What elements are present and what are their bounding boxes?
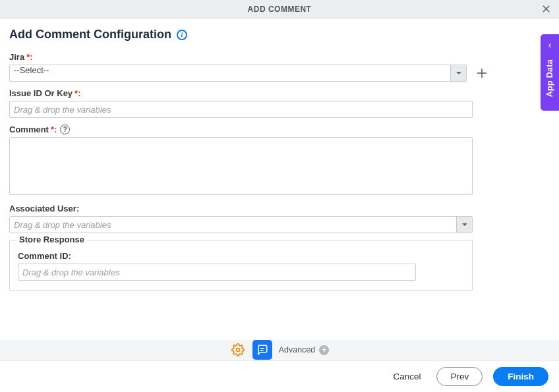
prev-button[interactable]: Prev: [436, 367, 483, 386]
content-area: Add Comment Configuration i Jira *: --Se…: [0, 18, 559, 291]
svg-point-2: [236, 349, 239, 352]
comment-label: Comment: [9, 125, 49, 134]
comment-id-label-row: Comment ID:: [18, 251, 464, 261]
issue-label: Issue ID Or Key: [9, 88, 73, 98]
comment-id-input[interactable]: [18, 264, 415, 280]
gear-icon: [231, 343, 245, 356]
modal-header: ADD COMMENT ✕: [0, 0, 559, 18]
comment-required: *:: [51, 125, 57, 134]
jira-select[interactable]: --Select--: [9, 65, 467, 82]
issue-label-row: Issue ID Or Key *:: [9, 88, 550, 98]
comment-textarea[interactable]: [9, 137, 473, 195]
comment-label-row: Comment *: ?: [9, 125, 550, 134]
associated-user-select[interactable]: [9, 216, 473, 233]
chevron-down-icon: [456, 72, 461, 74]
associated-user-input[interactable]: [10, 217, 456, 233]
comments-toggle-button[interactable]: [252, 340, 272, 360]
issue-input[interactable]: [10, 101, 472, 117]
store-response-fieldset: Store Response Comment ID:: [9, 240, 473, 291]
page-title: Add Comment Configuration: [9, 28, 171, 42]
add-jira-connection-button[interactable]: [473, 65, 490, 82]
comment-icon: [256, 344, 268, 356]
field-associated-user: Associated User:: [9, 204, 550, 233]
close-button[interactable]: ✕: [537, 0, 555, 18]
side-tab-label: App Data: [545, 59, 554, 97]
jira-label: Jira: [9, 52, 24, 62]
modal-footer: Cancel Prev Finish: [0, 360, 559, 392]
field-issue-id: Issue ID Or Key *:: [9, 88, 550, 118]
advanced-toggle[interactable]: Advanced +: [279, 345, 330, 355]
field-comment: Comment *: ?: [9, 125, 550, 197]
comment-id-input-wrap: [18, 264, 416, 281]
settings-button[interactable]: [230, 342, 246, 358]
cancel-button[interactable]: Cancel: [388, 368, 426, 385]
jira-dropdown-button[interactable]: [450, 65, 466, 81]
issue-required: *:: [74, 88, 80, 98]
chevron-left-icon: ‹: [548, 40, 552, 50]
field-jira: Jira *: --Select--: [9, 52, 550, 82]
modal-title: ADD COMMENT: [248, 5, 312, 14]
jira-selected-text: --Select--: [10, 65, 450, 81]
chevron-down-icon: [462, 223, 467, 226]
jira-required: *:: [26, 52, 32, 62]
associated-user-dropdown-button[interactable]: [456, 217, 472, 233]
plus-icon: [476, 67, 488, 79]
help-icon[interactable]: ?: [60, 125, 70, 134]
jira-input-row: --Select--: [9, 65, 490, 82]
info-icon[interactable]: i: [177, 30, 187, 40]
finish-button[interactable]: Finish: [493, 367, 548, 386]
utility-bar: Advanced +: [0, 340, 559, 360]
jira-label-row: Jira *:: [9, 52, 550, 62]
close-icon: ✕: [541, 2, 551, 16]
comment-id-label: Comment ID:: [18, 251, 71, 261]
associated-user-label: Associated User:: [9, 204, 79, 213]
associated-user-label-row: Associated User:: [9, 204, 550, 213]
advanced-label: Advanced: [279, 345, 316, 354]
store-response-legend: Store Response: [16, 235, 87, 244]
app-data-side-tab[interactable]: ‹ App Data: [541, 34, 559, 111]
issue-input-wrap: [9, 101, 473, 118]
page-title-row: Add Comment Configuration i: [9, 28, 550, 42]
plus-circle-icon: +: [319, 345, 329, 355]
